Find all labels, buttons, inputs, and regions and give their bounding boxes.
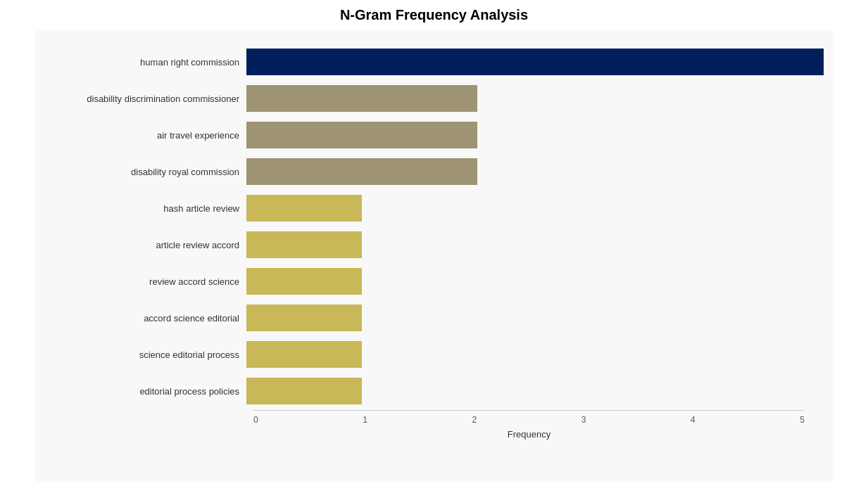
bar-fill [246,195,362,222]
bar-track [246,305,805,331]
bar-label: editorial process policies [42,386,246,397]
bar-label: science editorial process [42,350,246,360]
bar-fill [246,122,477,148]
bar-fill [246,85,477,112]
bar-fill [246,268,362,295]
x-tick: 1 [363,415,367,425]
bars-container: human right commissiondisability discrim… [42,44,805,409]
chart-title: N-Gram Frequency Analysis [35,7,833,23]
bar-track [246,122,805,148]
bar-track [246,268,805,295]
x-tick: 3 [581,415,586,425]
bar-row: article review accord [42,227,805,262]
bar-track [246,378,805,404]
bar-track [246,85,805,112]
bar-row: air travel experience [42,117,805,153]
bar-fill [246,378,362,404]
bar-label: disability discrimination commissioner [42,94,246,104]
bar-fill [246,49,824,75]
bar-track [246,341,805,368]
chart-area: human right commissiondisability discrim… [35,30,833,482]
bar-row: review accord science [42,264,805,299]
bar-label: hash article review [42,203,246,214]
bar-track [246,195,805,222]
bar-label: review accord science [42,276,246,287]
x-tick: 2 [472,415,477,425]
bar-label: disability royal commission [42,167,246,177]
bar-fill [246,158,477,185]
x-axis-label: Frequency [253,429,805,440]
chart-container: N-Gram Frequency Analysis human right co… [35,0,833,482]
x-axis-ticks: 012345 [253,415,805,425]
x-tick: 4 [691,415,696,425]
bar-track [246,231,805,258]
bar-fill [246,231,362,258]
bar-row: hash article review [42,191,805,226]
bar-track [246,158,805,185]
bar-row: science editorial process [42,337,805,372]
bar-fill [246,305,362,331]
bar-row: editorial process policies [42,373,805,409]
bar-label: article review accord [42,240,246,250]
bar-label: accord science editorial [42,313,246,324]
bar-row: disability discrimination commissioner [42,81,805,116]
bar-row: disability royal commission [42,154,805,189]
bar-row: human right commission [42,44,805,79]
bar-row: accord science editorial [42,300,805,335]
bar-fill [246,341,362,368]
x-tick: 5 [800,415,805,425]
x-tick: 0 [253,415,258,425]
bar-label: human right commission [42,57,246,68]
bar-label: air travel experience [42,130,246,141]
x-axis: 012345 [253,410,805,425]
bar-track [246,49,824,75]
